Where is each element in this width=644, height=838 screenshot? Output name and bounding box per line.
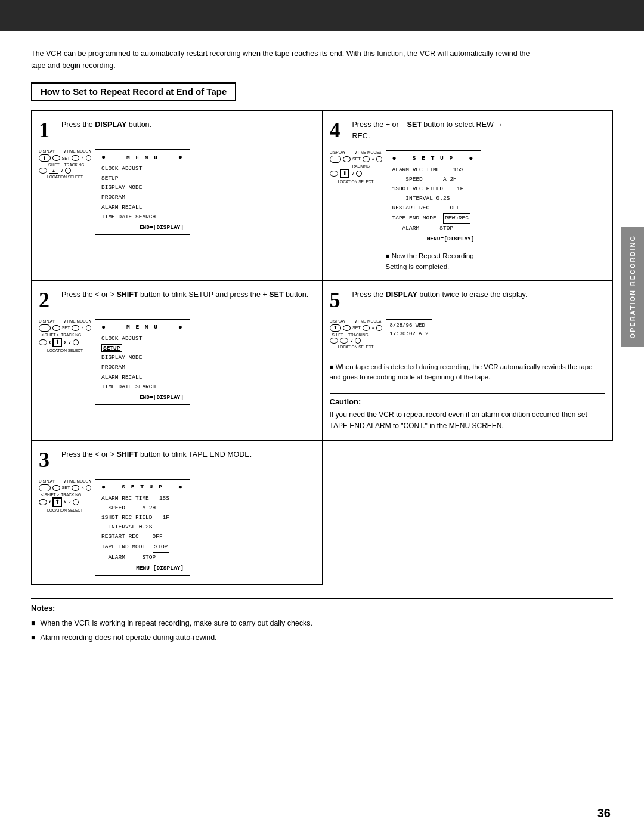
notes-bullet-1: ■ <box>31 617 36 629</box>
s2-line-4: PROGRAM <box>101 363 184 372</box>
time-line-2: 17:30:02 A 2 <box>390 330 429 338</box>
caution-title: Caution: <box>330 397 606 406</box>
step-3-display: ● S E T U P ● ALARM REC TIME 15S SPEED A… <box>95 479 190 576</box>
s3-line-6: TAPE END MODE STOP <box>101 542 184 552</box>
notes-title: Notes: <box>31 604 613 613</box>
step-2-display-footer: END=[DISPLAY] <box>101 394 184 401</box>
step-2-row: 2 Press the < or > SHIFT button to blink… <box>39 289 315 311</box>
notes-text-2: Alarm recording does not operate during … <box>41 632 217 644</box>
s4-line-3: 1SHOT REC FIELD 1F <box>392 184 475 194</box>
step-1-display-footer: END=[DISPLAY] <box>101 224 184 231</box>
step-1-display-header: ● M E N U ● <box>101 153 184 162</box>
s2-line-3: DISPLAY MODE <box>101 353 184 363</box>
top-bar <box>0 0 644 31</box>
step-3-cell: 3 Press the < or > SHIFT button to blink… <box>32 441 323 585</box>
side-tab-text-1: RECORDING <box>629 235 636 286</box>
steps-grid: 1 Press the DISPLAY button. DISPLAY∨TIME… <box>31 110 613 585</box>
step-3-diagram: DISPLAY∨TIME MODE∧ SET ∧ < SHIFT > TRACK… <box>39 479 315 576</box>
step-2-vcr-panel: DISPLAY∨TIME MODE∧ SET ∧ < SHIFT > TRACK… <box>39 319 91 352</box>
step-1-display: ● M E N U ● CLOCK ADJUST SETUP DISPLAY M… <box>95 149 190 235</box>
s4-line-4: INTERVAL 0.2S <box>392 194 475 203</box>
step-5-cell: 5 Press the DISPLAY button twice to eras… <box>323 281 614 441</box>
s3-line-4: INTERVAL 0.2S <box>101 522 184 532</box>
step-1-cell: 1 Press the DISPLAY button. DISPLAY∨TIME… <box>32 111 323 281</box>
s3-line-7: ALARM STOP <box>101 553 184 562</box>
step-3-text: Press the < or > SHIFT button to blink T… <box>61 449 315 460</box>
step-3-display-footer: MENU=[DISPLAY] <box>101 565 184 571</box>
side-tab: RECORDING OPERATION <box>621 227 644 347</box>
menu-line-5: ALARM RECALL <box>101 203 184 212</box>
step-3-display-header: ● S E T U P ● <box>101 483 184 491</box>
menu-line-4: PROGRAM <box>101 193 184 202</box>
menu-line-6: TIME DATE SEARCH <box>101 212 184 222</box>
menu-line-3: DISPLAY MODE <box>101 183 184 193</box>
when-note: ■ When tape end is detected during recor… <box>330 362 606 383</box>
s4-line-5: RESTART REC OFF <box>392 203 475 213</box>
s3-line-3: 1SHOT REC FIELD 1F <box>101 513 184 522</box>
step-4-note: ■ Now the Repeat RecordingSetting is com… <box>386 251 481 272</box>
step-4-diagram: DISPLAY∨TIME MODE∧ SET ∧ TRACKING <box>330 150 606 272</box>
page-number: 36 <box>597 806 611 820</box>
step-4-cell: 4 Press the + or – SET button to select … <box>323 111 614 281</box>
s4-line-6: TAPE END MODE REW→REC <box>392 213 475 224</box>
s4-line-7: ALARM STOP <box>392 224 475 233</box>
step-2-text: Press the < or > SHIFT button to blink S… <box>61 289 315 301</box>
step-4-display-header: ● S E T U P ● <box>392 154 475 163</box>
caution-section: Caution: If you need the VCR to repeat r… <box>330 393 606 431</box>
s2-line-1: CLOCK ADJUST <box>101 334 184 344</box>
s4-line-2: SPEED A 2H <box>392 175 475 184</box>
step-2-display-header: ● M E N U ● <box>101 323 184 332</box>
step-4-display-footer: MENU=[DISPLAY] <box>392 236 475 242</box>
step-4-text: Press the + or – SET button to select RE… <box>352 119 606 142</box>
notes-item-1: ■ When the VCR is working in repeat reco… <box>31 617 613 629</box>
step-5-diagram: DISPLAY∨TIME MODE∧ ⬆ SET ∧ SHIFT TRAC <box>330 319 606 349</box>
step-1-vcr-panel: DISPLAY∨TIME MODE∧ ⬆ SET ∧ SHIFTTRACKING <box>39 149 91 179</box>
step-4-number: 4 <box>330 119 346 141</box>
step-3-vcr-panel: DISPLAY∨TIME MODE∧ SET ∧ < SHIFT > TRACK… <box>39 479 91 512</box>
notes-item-2: ■ Alarm recording does not operate durin… <box>31 632 613 644</box>
s3-line-1: ALARM REC TIME 15S <box>101 494 184 503</box>
s3-line-2: SPEED A 2H <box>101 503 184 513</box>
notes-section: Notes: ■ When the VCR is working in repe… <box>31 598 613 644</box>
step-1-text: Press the DISPLAY button. <box>61 119 315 131</box>
time-line-1: 8/28/96 WED <box>390 321 429 330</box>
step-5-vcr-panel: DISPLAY∨TIME MODE∧ ⬆ SET ∧ SHIFT TRAC <box>330 319 382 349</box>
step-4-display: ● S E T U P ● ALARM REC TIME 15S SPEED A… <box>386 150 481 247</box>
s2-line-2: SETUP <box>101 344 184 353</box>
notes-text-1: When the VCR is working in repeat record… <box>41 617 312 629</box>
step-4-row: 4 Press the + or – SET button to select … <box>330 119 606 142</box>
step-2-cell: 2 Press the < or > SHIFT button to blink… <box>32 281 323 441</box>
menu-line-1: CLOCK ADJUST <box>101 164 184 174</box>
s2-line-6: TIME DATE SEARCH <box>101 382 184 392</box>
step-3-number: 3 <box>39 449 55 471</box>
step-2-number: 2 <box>39 289 55 311</box>
intro-text: The VCR can be programmed to automatical… <box>31 48 544 72</box>
s4-line-1: ALARM REC TIME 15S <box>392 165 475 175</box>
step-3-row: 3 Press the < or > SHIFT button to blink… <box>39 449 315 471</box>
notes-bullet-2: ■ <box>31 632 36 644</box>
step-1-diagram: DISPLAY∨TIME MODE∧ ⬆ SET ∧ SHIFTTRACKING <box>39 149 315 235</box>
section-title: How to Set to Repeat Record at End of Ta… <box>31 82 236 101</box>
step-2-display: ● M E N U ● CLOCK ADJUST SETUP DISPLAY M… <box>95 319 190 405</box>
step-1-row: 1 Press the DISPLAY button. <box>39 119 315 141</box>
s2-line-5: ALARM RECALL <box>101 373 184 382</box>
step-4-vcr-panel: DISPLAY∨TIME MODE∧ SET ∧ TRACKING <box>330 150 382 184</box>
step-5-number: 5 <box>330 289 346 311</box>
page-content: The VCR can be programmed to automatical… <box>0 31 644 658</box>
step-2-diagram: DISPLAY∨TIME MODE∧ SET ∧ < SHIFT > TRACK… <box>39 319 315 405</box>
step-5-row: 5 Press the DISPLAY button twice to eras… <box>330 289 606 311</box>
s3-line-5: RESTART REC OFF <box>101 532 184 542</box>
step-5-text: Press the DISPLAY button twice to erase … <box>352 289 606 301</box>
step-1-number: 1 <box>39 119 55 141</box>
side-tab-text-2: OPERATION <box>629 289 636 339</box>
step-5-time-display: 8/28/96 WED 17:30:02 A 2 <box>386 319 433 341</box>
caution-text: If you need the VCR to repeat record eve… <box>330 409 606 431</box>
menu-line-2: SETUP <box>101 174 184 183</box>
